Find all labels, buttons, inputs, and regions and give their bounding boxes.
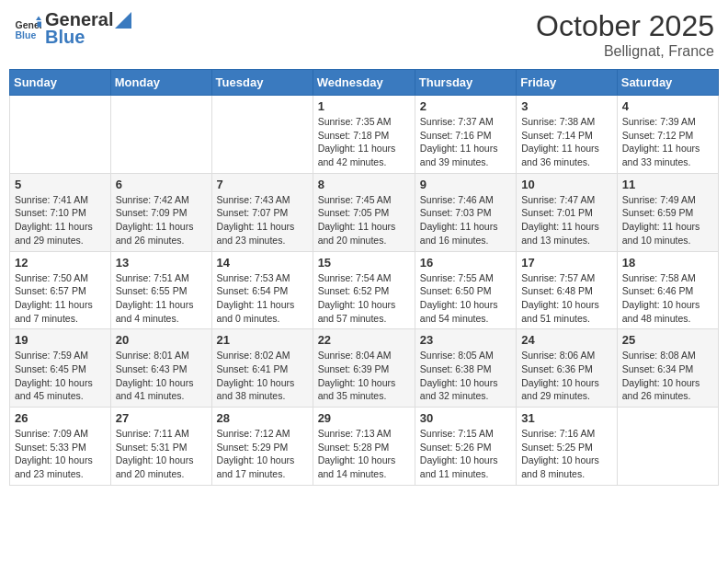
calendar-day-cell: 25Sunrise: 8:08 AMSunset: 6:34 PMDayligh… xyxy=(617,329,718,408)
day-info: Sunrise: 7:51 AMSunset: 6:55 PMDaylight:… xyxy=(116,271,207,326)
day-header-wednesday: Wednesday xyxy=(313,70,415,96)
day-info: Sunrise: 8:04 AMSunset: 6:39 PMDaylight:… xyxy=(318,349,410,403)
calendar-header-row: SundayMondayTuesdayWednesdayThursdayFrid… xyxy=(10,70,719,96)
calendar-day-cell: 17Sunrise: 7:57 AMSunset: 6:48 PMDayligh… xyxy=(517,251,618,329)
day-number: 27 xyxy=(116,411,207,425)
daylight-hours-label: Daylight: 10 hours and 14 minutes. xyxy=(318,454,396,479)
calendar-day-cell: 15Sunrise: 7:54 AMSunset: 6:52 PMDayligh… xyxy=(313,251,415,329)
calendar-day-cell: 26Sunrise: 7:09 AMSunset: 5:33 PMDayligh… xyxy=(10,408,111,486)
day-info: Sunrise: 7:59 AMSunset: 6:45 PMDaylight:… xyxy=(15,349,106,403)
calendar-day-cell: 20Sunrise: 8:01 AMSunset: 6:43 PMDayligh… xyxy=(110,329,211,408)
daylight-hours-label: Daylight: 11 hours and 16 minutes. xyxy=(420,221,498,246)
day-number: 3 xyxy=(521,99,612,113)
daylight-hours-label: Daylight: 11 hours and 33 minutes. xyxy=(622,143,700,167)
day-info: Sunrise: 7:16 AMSunset: 5:25 PMDaylight:… xyxy=(521,427,612,481)
calendar-day-cell: 27Sunrise: 7:11 AMSunset: 5:31 PMDayligh… xyxy=(110,408,211,486)
day-info: Sunrise: 7:58 AMSunset: 6:46 PMDaylight:… xyxy=(622,271,713,326)
calendar-day-cell: 7Sunrise: 7:43 AMSunset: 7:07 PMDaylight… xyxy=(211,173,313,251)
logo-icon: General Blue xyxy=(14,15,41,42)
calendar-day-cell: 11Sunrise: 7:49 AMSunset: 6:59 PMDayligh… xyxy=(617,173,718,251)
daylight-hours-label: Daylight: 11 hours and 0 minutes. xyxy=(217,299,295,324)
day-info: Sunrise: 7:50 AMSunset: 6:57 PMDaylight:… xyxy=(15,271,106,326)
logo: General Blue General Blue xyxy=(14,9,131,48)
daylight-hours-label: Daylight: 10 hours and 20 minutes. xyxy=(116,454,194,479)
day-number: 28 xyxy=(217,411,308,425)
calendar-empty-cell xyxy=(10,96,111,174)
day-info: Sunrise: 7:49 AMSunset: 6:59 PMDaylight:… xyxy=(622,193,713,247)
day-info: Sunrise: 7:09 AMSunset: 5:33 PMDaylight:… xyxy=(15,427,106,481)
day-number: 4 xyxy=(622,99,713,113)
day-header-friday: Friday xyxy=(517,70,618,96)
day-number: 16 xyxy=(420,256,511,270)
day-number: 21 xyxy=(217,333,308,347)
calendar-day-cell: 12Sunrise: 7:50 AMSunset: 6:57 PMDayligh… xyxy=(10,251,111,329)
calendar-day-cell: 21Sunrise: 8:02 AMSunset: 6:41 PMDayligh… xyxy=(211,329,313,408)
day-number: 17 xyxy=(521,256,612,270)
daylight-hours-label: Daylight: 11 hours and 39 minutes. xyxy=(420,143,498,167)
daylight-hours-label: Daylight: 10 hours and 8 minutes. xyxy=(521,454,599,479)
calendar-day-cell: 13Sunrise: 7:51 AMSunset: 6:55 PMDayligh… xyxy=(110,251,211,329)
day-info: Sunrise: 7:12 AMSunset: 5:29 PMDaylight:… xyxy=(217,427,308,481)
day-info: Sunrise: 8:01 AMSunset: 6:43 PMDaylight:… xyxy=(116,349,207,403)
calendar-day-cell: 16Sunrise: 7:55 AMSunset: 6:50 PMDayligh… xyxy=(415,251,516,329)
calendar-day-cell: 3Sunrise: 7:38 AMSunset: 7:14 PMDaylight… xyxy=(517,96,618,174)
day-number: 23 xyxy=(420,333,511,347)
daylight-hours-label: Daylight: 11 hours and 36 minutes. xyxy=(521,143,599,167)
calendar-week-row: 12Sunrise: 7:50 AMSunset: 6:57 PMDayligh… xyxy=(10,251,719,329)
daylight-hours-label: Daylight: 10 hours and 29 minutes. xyxy=(521,377,599,402)
svg-marker-2 xyxy=(36,17,41,21)
calendar-day-cell: 8Sunrise: 7:45 AMSunset: 7:05 PMDaylight… xyxy=(313,173,415,251)
day-info: Sunrise: 7:55 AMSunset: 6:50 PMDaylight:… xyxy=(420,271,511,326)
calendar-day-cell: 22Sunrise: 8:04 AMSunset: 6:39 PMDayligh… xyxy=(313,329,415,408)
daylight-hours-label: Daylight: 11 hours and 13 minutes. xyxy=(521,221,599,246)
daylight-hours-label: Daylight: 10 hours and 32 minutes. xyxy=(420,377,498,402)
daylight-hours-label: Daylight: 10 hours and 48 minutes. xyxy=(622,299,700,324)
logo-triangle-icon xyxy=(115,12,131,29)
svg-marker-4 xyxy=(115,12,131,29)
daylight-hours-label: Daylight: 10 hours and 51 minutes. xyxy=(521,299,599,324)
day-header-tuesday: Tuesday xyxy=(211,70,313,96)
calendar-empty-cell xyxy=(211,96,313,174)
title-block: October 2025 Bellignat, France xyxy=(536,9,714,60)
day-header-monday: Monday xyxy=(110,70,211,96)
day-number: 18 xyxy=(622,256,713,270)
day-info: Sunrise: 8:06 AMSunset: 6:36 PMDaylight:… xyxy=(521,349,612,403)
day-number: 22 xyxy=(318,333,410,347)
calendar-day-cell: 6Sunrise: 7:42 AMSunset: 7:09 PMDaylight… xyxy=(110,173,211,251)
calendar-day-cell: 30Sunrise: 7:15 AMSunset: 5:26 PMDayligh… xyxy=(415,408,516,486)
day-number: 1 xyxy=(318,99,410,113)
daylight-hours-label: Daylight: 11 hours and 10 minutes. xyxy=(622,221,700,246)
calendar-week-row: 26Sunrise: 7:09 AMSunset: 5:33 PMDayligh… xyxy=(10,408,719,486)
daylight-hours-label: Daylight: 10 hours and 54 minutes. xyxy=(420,299,498,324)
day-number: 11 xyxy=(622,178,713,191)
daylight-hours-label: Daylight: 10 hours and 11 minutes. xyxy=(420,454,498,479)
calendar-day-cell: 10Sunrise: 7:47 AMSunset: 7:01 PMDayligh… xyxy=(517,173,618,251)
day-header-thursday: Thursday xyxy=(415,70,516,96)
calendar-table: SundayMondayTuesdayWednesdayThursdayFrid… xyxy=(9,69,719,486)
day-info: Sunrise: 7:47 AMSunset: 7:01 PMDaylight:… xyxy=(521,193,612,247)
calendar-day-cell: 4Sunrise: 7:39 AMSunset: 7:12 PMDaylight… xyxy=(617,96,718,174)
calendar-day-cell: 31Sunrise: 7:16 AMSunset: 5:25 PMDayligh… xyxy=(517,408,618,486)
day-number: 30 xyxy=(420,411,511,425)
daylight-hours-label: Daylight: 10 hours and 26 minutes. xyxy=(622,377,700,402)
day-number: 26 xyxy=(15,411,106,425)
calendar-week-row: 5Sunrise: 7:41 AMSunset: 7:10 PMDaylight… xyxy=(10,173,719,251)
day-info: Sunrise: 7:43 AMSunset: 7:07 PMDaylight:… xyxy=(217,193,308,247)
svg-marker-3 xyxy=(38,22,42,28)
daylight-hours-label: Daylight: 11 hours and 29 minutes. xyxy=(15,221,93,246)
calendar-day-cell: 19Sunrise: 7:59 AMSunset: 6:45 PMDayligh… xyxy=(10,329,111,408)
location-title: Bellignat, France xyxy=(536,43,714,60)
daylight-hours-label: Daylight: 11 hours and 7 minutes. xyxy=(15,299,93,324)
day-number: 9 xyxy=(420,178,511,191)
day-number: 13 xyxy=(116,256,207,270)
day-info: Sunrise: 7:15 AMSunset: 5:26 PMDaylight:… xyxy=(420,427,511,481)
day-info: Sunrise: 7:38 AMSunset: 7:14 PMDaylight:… xyxy=(521,115,612,169)
calendar-day-cell: 18Sunrise: 7:58 AMSunset: 6:46 PMDayligh… xyxy=(617,251,718,329)
day-info: Sunrise: 7:42 AMSunset: 7:09 PMDaylight:… xyxy=(116,193,207,247)
day-number: 6 xyxy=(116,178,207,191)
day-number: 31 xyxy=(521,411,612,425)
day-info: Sunrise: 7:13 AMSunset: 5:28 PMDaylight:… xyxy=(318,427,410,481)
calendar-day-cell: 28Sunrise: 7:12 AMSunset: 5:29 PMDayligh… xyxy=(211,408,313,486)
day-number: 8 xyxy=(318,178,410,191)
calendar-week-row: 1Sunrise: 7:35 AMSunset: 7:18 PMDaylight… xyxy=(10,96,719,174)
